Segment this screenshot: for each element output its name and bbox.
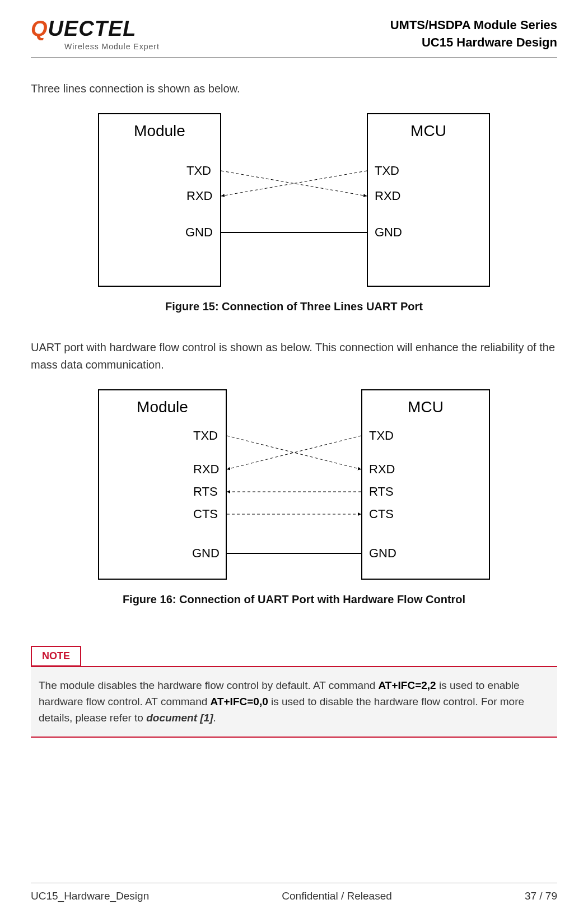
figure-16-diagram: Module MCU TXD RXD RTS CTS GND TXD RXD R… xyxy=(31,389,557,580)
note-ref: document [1] xyxy=(146,712,213,724)
note-body: The module disables the hardware flow co… xyxy=(31,666,557,738)
pin2-module-rts: RTS xyxy=(193,484,218,499)
figure-15-wires xyxy=(221,113,367,287)
pin2-mcu-rxd: RXD xyxy=(369,462,395,477)
module-box-2-title: Module xyxy=(99,398,226,416)
figure-15-caption: Figure 15: Connection of Three Lines UAR… xyxy=(31,300,557,313)
figure-16-wires xyxy=(227,389,361,580)
pin-module-txd: TXD xyxy=(186,164,211,178)
pin-module-gnd: GND xyxy=(185,225,213,240)
note-text-a: The module disables the hardware flow co… xyxy=(39,679,379,691)
footer-left: UC15_Hardware_Design xyxy=(31,890,149,902)
page-header: QUECTEL Wireless Module Expert UMTS/HSDP… xyxy=(31,0,557,52)
brand-logo: QUECTEL Wireless Module Expert xyxy=(31,17,160,51)
intro-text-2: UART port with hardware flow control is … xyxy=(31,339,557,374)
doc-title-block: UMTS/HSDPA Module Series UC15 Hardware D… xyxy=(390,17,557,52)
brand-wordmark: QUECTEL xyxy=(31,17,160,41)
note-cmd1: AT+IFC=2,2 xyxy=(379,679,436,691)
figure-16-caption: Figure 16: Connection of UART Port with … xyxy=(31,593,557,606)
pin-module-rxd: RXD xyxy=(186,189,212,203)
mcu-box-2-title: MCU xyxy=(362,398,489,416)
doc-series: UMTS/HSDPA Module Series xyxy=(390,17,557,34)
note-cmd2: AT+IFC=0,0 xyxy=(211,696,268,707)
figure-15-diagram: Module MCU TXD RXD GND TXD RXD GND xyxy=(31,113,557,287)
header-rule xyxy=(31,57,557,58)
pin2-mcu-cts: CTS xyxy=(369,507,394,521)
logo-letter-q: Q xyxy=(31,17,48,40)
footer-right: 37 / 79 xyxy=(525,890,557,902)
note-tag: NOTE xyxy=(31,646,81,667)
pin2-mcu-gnd: GND xyxy=(369,546,396,561)
note-text-d: . xyxy=(213,712,216,724)
footer-rule xyxy=(31,883,557,883)
brand-tagline: Wireless Module Expert xyxy=(64,42,160,51)
pin-mcu-rxd: RXD xyxy=(375,189,400,203)
pin2-mcu-txd: TXD xyxy=(369,428,394,443)
pin2-module-gnd: GND xyxy=(192,546,220,561)
pin2-module-rxd: RXD xyxy=(193,462,219,477)
logo-letters-rest: UECTEL xyxy=(48,17,137,40)
pin2-mcu-rts: RTS xyxy=(369,484,394,499)
module-box-title: Module xyxy=(99,122,220,140)
pin2-module-cts: CTS xyxy=(193,507,218,521)
note-block: NOTE The module disables the hardware fl… xyxy=(31,645,557,738)
pin-mcu-gnd: GND xyxy=(375,225,402,240)
doc-subtitle: UC15 Hardware Design xyxy=(390,34,557,52)
pin-mcu-txd: TXD xyxy=(375,164,399,178)
footer-center: Confidential / Released xyxy=(282,890,391,902)
page-footer: UC15_Hardware_Design Confidential / Rele… xyxy=(31,883,557,902)
pin2-module-txd: TXD xyxy=(193,428,218,443)
intro-text-1: Three lines connection is shown as below… xyxy=(31,80,557,97)
mcu-box-title: MCU xyxy=(368,122,489,140)
